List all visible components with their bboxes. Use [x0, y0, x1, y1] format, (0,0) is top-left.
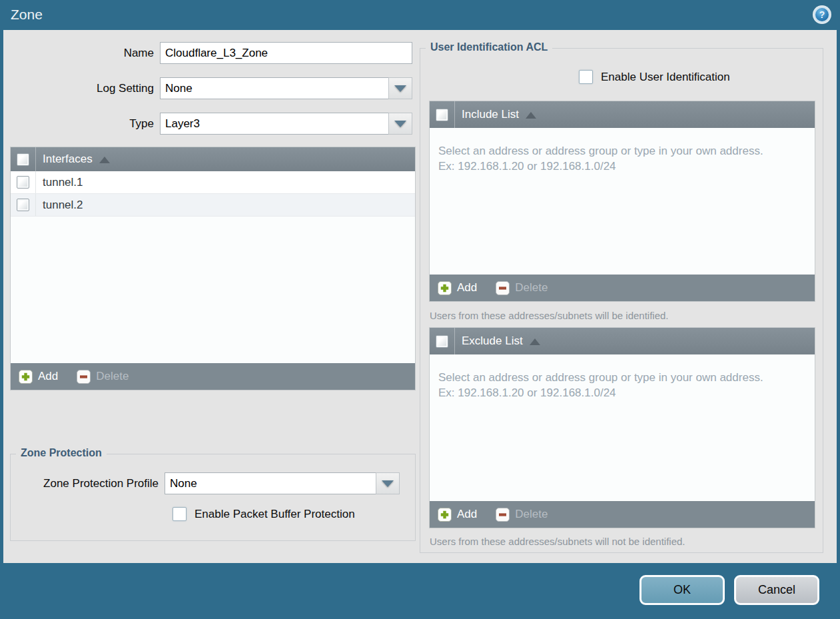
delete-label: Delete — [515, 508, 548, 521]
delete-minus-icon — [496, 281, 510, 295]
add-plus-icon — [438, 508, 452, 522]
interface-row-tunnel2[interactable]: tunnel.2 — [11, 194, 415, 217]
add-plus-icon — [19, 370, 33, 384]
zone-protection-profile-select[interactable] — [165, 472, 376, 494]
include-list-helper-text: Users from these addresses/subnets will … — [430, 310, 669, 321]
user-identification-acl-section: User Identification ACL Enable User Iden… — [420, 48, 823, 553]
zone-protection-profile-label: Zone Protection Profile — [11, 472, 165, 494]
enable-user-identification-label: Enable User Identification — [601, 71, 730, 84]
dialog-title: Zone — [11, 0, 43, 29]
dialog-titlebar: Zone ? — [0, 0, 840, 30]
include-list-placeholder: Select an address or address group or ty… — [438, 143, 775, 175]
exclude-list-helper-text: Users from these addresses/subnets will … — [430, 536, 685, 547]
enable-packet-buffer-protection-checkbox[interactable] — [173, 507, 187, 521]
log-setting-label: Log Setting — [10, 77, 160, 99]
delete-minus-icon — [77, 370, 91, 384]
interfaces-table-header[interactable]: Interfaces — [11, 147, 415, 171]
exclude-list-header-label: Exclude List — [462, 334, 523, 348]
exclude-list-table: Exclude List Select an address or addres… — [429, 327, 815, 528]
type-label: Type — [10, 113, 160, 135]
svg-text:?: ? — [819, 9, 825, 20]
exclude-list-header[interactable]: Exclude List — [430, 328, 815, 354]
delete-label: Delete — [515, 281, 548, 295]
zone-protection-section: Zone Protection Zone Protection Profile … — [10, 454, 416, 541]
add-label: Add — [457, 508, 477, 521]
interface-name: tunnel.2 — [36, 194, 83, 216]
interfaces-select-all-checkbox[interactable] — [17, 153, 29, 166]
interfaces-delete-button[interactable]: Delete — [77, 370, 129, 384]
zone-protection-legend: Zone Protection — [16, 447, 107, 459]
enable-user-identification-checkbox[interactable] — [579, 70, 593, 84]
include-list-toolbar: Add Delete — [430, 275, 815, 301]
exclude-delete-button[interactable]: Delete — [496, 508, 548, 522]
exclude-list-toolbar: Add Delete — [430, 501, 815, 528]
include-add-button[interactable]: Add — [438, 281, 477, 295]
exclude-add-button[interactable]: Add — [438, 508, 477, 522]
enable-packet-buffer-protection-label: Enable Packet Buffer Protection — [195, 508, 355, 521]
dialog-footer: OK Cancel — [0, 563, 840, 619]
help-icon[interactable]: ? — [812, 5, 832, 25]
exclude-select-all-checkbox[interactable] — [436, 335, 448, 348]
sort-ascending-icon — [526, 112, 536, 119]
chevron-down-icon — [394, 85, 406, 92]
include-list-table: Include List Select an address or addres… — [429, 101, 815, 302]
log-setting-dropdown-button[interactable] — [388, 77, 412, 99]
sort-ascending-icon — [530, 338, 540, 345]
exclude-list-placeholder: Select an address or address group or ty… — [438, 370, 775, 401]
name-input[interactable] — [160, 42, 412, 64]
cancel-button[interactable]: Cancel — [734, 575, 819, 605]
chevron-down-icon — [382, 480, 394, 487]
add-label: Add — [38, 370, 58, 383]
user-identification-acl-legend: User Identification ACL — [426, 41, 552, 53]
sort-ascending-icon — [99, 157, 110, 163]
chevron-down-icon — [394, 121, 406, 127]
ok-button[interactable]: OK — [639, 575, 725, 605]
interface-name: tunnel.1 — [36, 171, 83, 193]
type-select[interactable] — [160, 113, 388, 135]
type-dropdown-button[interactable] — [388, 113, 412, 135]
add-label: Add — [457, 281, 477, 295]
zone-dialog: Zone ? Name Log Setting — [0, 0, 840, 619]
interfaces-header-label: Interfaces — [43, 153, 93, 166]
delete-label: Delete — [96, 370, 129, 383]
row-checkbox[interactable] — [17, 176, 29, 189]
delete-minus-icon — [496, 508, 510, 522]
interface-row-tunnel1[interactable]: tunnel.1 — [11, 171, 415, 194]
include-delete-button[interactable]: Delete — [496, 281, 548, 295]
dialog-content: Name Log Setting Type Interfaces — [3, 30, 837, 563]
interfaces-add-button[interactable]: Add — [19, 370, 58, 384]
zone-protection-profile-dropdown-button[interactable] — [376, 472, 400, 494]
include-list-header[interactable]: Include List — [430, 101, 815, 128]
include-list-header-label: Include List — [462, 108, 519, 121]
log-setting-select[interactable] — [160, 77, 388, 99]
row-checkbox[interactable] — [17, 199, 29, 211]
name-label: Name — [10, 42, 160, 64]
interfaces-table: Interfaces tunnel.1 tunnel.2 Add — [10, 147, 416, 390]
add-plus-icon — [438, 281, 452, 295]
interfaces-table-toolbar: Add Delete — [11, 363, 415, 390]
include-select-all-checkbox[interactable] — [436, 109, 448, 121]
